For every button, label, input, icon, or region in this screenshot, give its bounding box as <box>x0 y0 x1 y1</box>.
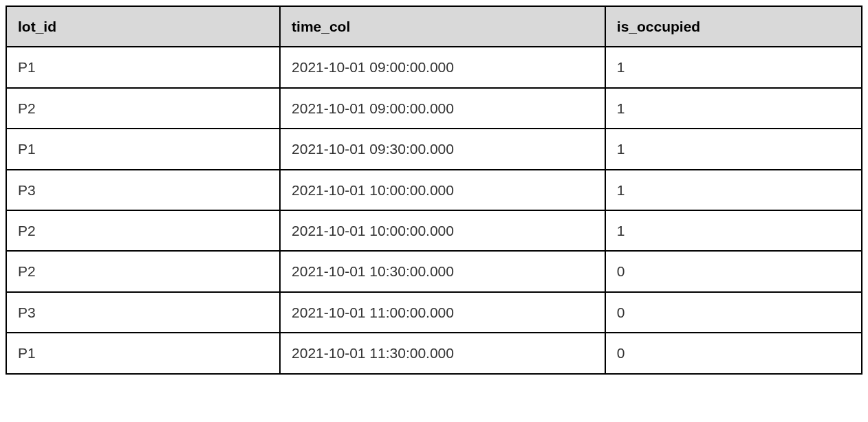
table-row: P1 2021-10-01 09:00:00.000 1 <box>6 47 862 87</box>
cell-lot-id: P1 <box>6 47 280 87</box>
cell-is-occupied: 1 <box>605 170 862 210</box>
cell-time-col: 2021-10-01 09:00:00.000 <box>280 88 605 129</box>
cell-time-col: 2021-10-01 09:00:00.000 <box>280 47 605 87</box>
column-header-is-occupied: is_occupied <box>605 6 862 47</box>
cell-lot-id: P2 <box>6 251 280 291</box>
column-header-time-col: time_col <box>280 6 605 47</box>
cell-time-col: 2021-10-01 10:00:00.000 <box>280 170 605 210</box>
cell-lot-id: P2 <box>6 88 280 129</box>
cell-lot-id: P1 <box>6 333 280 373</box>
column-header-lot-id: lot_id <box>6 6 280 47</box>
table-row: P3 2021-10-01 10:00:00.000 1 <box>6 170 862 210</box>
cell-is-occupied: 1 <box>605 47 862 87</box>
table-row: P2 2021-10-01 10:30:00.000 0 <box>6 251 862 291</box>
cell-is-occupied: 1 <box>605 88 862 129</box>
cell-lot-id: P1 <box>6 129 280 169</box>
table-row: P2 2021-10-01 10:00:00.000 1 <box>6 210 862 251</box>
cell-is-occupied: 1 <box>605 210 862 251</box>
table-row: P1 2021-10-01 11:30:00.000 0 <box>6 333 862 373</box>
cell-is-occupied: 0 <box>605 333 862 373</box>
cell-lot-id: P2 <box>6 210 280 251</box>
table-row: P2 2021-10-01 09:00:00.000 1 <box>6 88 862 129</box>
table-row: P1 2021-10-01 09:30:00.000 1 <box>6 129 862 169</box>
cell-time-col: 2021-10-01 10:00:00.000 <box>280 210 605 251</box>
cell-is-occupied: 0 <box>605 251 862 291</box>
data-table: lot_id time_col is_occupied P1 2021-10-0… <box>6 5 862 375</box>
cell-time-col: 2021-10-01 09:30:00.000 <box>280 129 605 169</box>
cell-time-col: 2021-10-01 11:00:00.000 <box>280 292 605 333</box>
cell-is-occupied: 0 <box>605 292 862 333</box>
table-row: P3 2021-10-01 11:00:00.000 0 <box>6 292 862 333</box>
cell-lot-id: P3 <box>6 292 280 333</box>
table-header-row: lot_id time_col is_occupied <box>6 6 862 47</box>
cell-time-col: 2021-10-01 10:30:00.000 <box>280 251 605 291</box>
cell-lot-id: P3 <box>6 170 280 210</box>
cell-is-occupied: 1 <box>605 129 862 169</box>
cell-time-col: 2021-10-01 11:30:00.000 <box>280 333 605 373</box>
